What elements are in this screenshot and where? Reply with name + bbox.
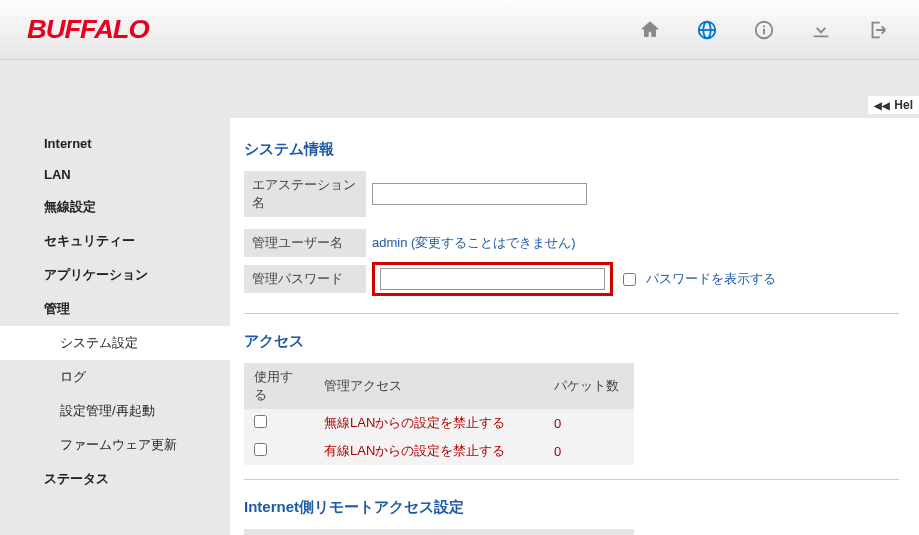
admin-pw-label: 管理パスワード [244,265,366,293]
info-icon[interactable] [753,19,775,41]
access-row1-count: 0 [544,437,634,465]
show-password-label: パスワードを表示する [646,270,776,288]
download-icon[interactable] [810,19,832,41]
admin-pw-row: 管理パスワード パスワードを表示する [244,259,899,299]
access-row1-label[interactable]: 有線LANからの設定を禁止する [314,437,544,465]
password-highlight-box [372,262,613,296]
remote-table: 使用する 管理アクセス [244,529,634,535]
svg-rect-5 [763,28,765,34]
main-panel: システム情報 エアステーション名 管理ユーザー名 admin (変更することはで… [230,118,919,535]
header: BUFFALO [0,0,919,60]
access-row0-count: 0 [544,409,634,437]
access-row1-checkbox[interactable] [254,443,267,456]
globe-icon[interactable] [696,19,718,41]
access-title: アクセス [244,332,899,351]
col-use: 使用する [244,363,314,409]
system-info-section: システム情報 エアステーション名 管理ユーザー名 admin (変更することはで… [244,140,899,299]
airstation-label: エアステーション名 [244,171,366,217]
remote-col-access: 管理アクセス [314,529,634,535]
nav-system-settings[interactable]: システム設定 [0,326,230,360]
airstation-row: エアステーション名 [244,171,899,217]
table-row: 有線LANからの設定を禁止する 0 [244,437,634,465]
nav-management[interactable]: 管理 [0,292,230,326]
svg-point-4 [763,25,765,27]
remote-col-use: 使用する [244,529,314,535]
sidebar: Internet LAN 無線設定 セキュリティー アプリケーション 管理 シス… [0,118,230,535]
airstation-name-input[interactable] [372,183,587,205]
access-section: アクセス 使用する 管理アクセス パケット数 無線LANからの設定を禁止する 0… [244,332,899,465]
admin-password-input[interactable] [380,268,605,290]
admin-user-row: 管理ユーザー名 admin (変更することはできません) [244,229,899,257]
admin-user-label: 管理ユーザー名 [244,229,366,257]
help-label: Hel [894,98,913,112]
logo: BUFFALO [27,14,149,45]
help-bar[interactable]: ◀◀ Hel [868,96,919,114]
subheader: ◀◀ Hel [0,60,919,118]
remote-title: Internet側リモートアクセス設定 [244,498,899,517]
col-packets: パケット数 [544,363,634,409]
show-password-checkbox[interactable] [623,273,636,286]
home-icon[interactable] [639,19,661,41]
content-area: Internet LAN 無線設定 セキュリティー アプリケーション 管理 シス… [0,118,919,535]
header-icons [639,19,889,41]
access-table: 使用する 管理アクセス パケット数 無線LANからの設定を禁止する 0 有線LA… [244,363,634,465]
admin-user-value: admin (変更することはできません) [372,234,576,252]
nav-wireless[interactable]: 無線設定 [0,190,230,224]
nav-firmware-update[interactable]: ファームウェア更新 [0,428,230,462]
nav-lan[interactable]: LAN [0,159,230,190]
col-access: 管理アクセス [314,363,544,409]
nav-application[interactable]: アプリケーション [0,258,230,292]
access-row0-label[interactable]: 無線LANからの設定を禁止する [314,409,544,437]
remote-section: Internet側リモートアクセス設定 使用する 管理アクセス [244,498,899,535]
logout-icon[interactable] [867,19,889,41]
nav-security[interactable]: セキュリティー [0,224,230,258]
divider [244,313,899,314]
nav-config-restart[interactable]: 設定管理/再起動 [0,394,230,428]
system-info-title: システム情報 [244,140,899,159]
triangle-left-icon: ◀◀ [874,100,890,111]
access-row0-checkbox[interactable] [254,415,267,428]
table-row: 無線LANからの設定を禁止する 0 [244,409,634,437]
nav-log[interactable]: ログ [0,360,230,394]
nav-internet[interactable]: Internet [0,128,230,159]
divider [244,479,899,480]
nav-status[interactable]: ステータス [0,462,230,496]
